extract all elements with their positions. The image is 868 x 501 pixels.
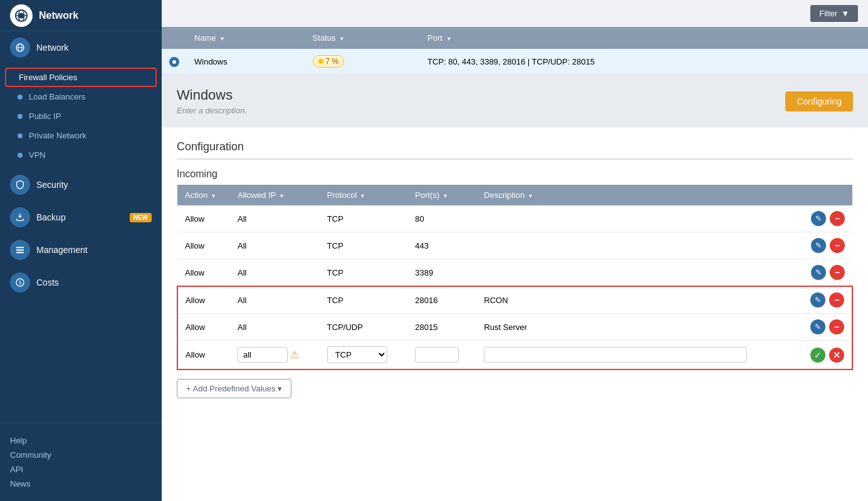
action-sort-icon: ▾ xyxy=(212,192,215,199)
dot-icon xyxy=(18,133,23,138)
col-port-header[interactable]: Port ▾ xyxy=(420,27,868,49)
cancel-rule-button[interactable]: ✕ xyxy=(829,348,844,363)
col-action-header[interactable]: Action ▾ xyxy=(177,185,230,205)
edit-rule-button[interactable]: ✎ xyxy=(811,211,826,226)
rule-actions: ✎ − xyxy=(802,232,852,259)
status-sort-icon: ▾ xyxy=(340,35,343,42)
rule-protocol: TCP xyxy=(320,286,407,314)
network-label: Network xyxy=(36,43,68,53)
main-content: Filter ▼ Name ▾ Status ▾ Port xyxy=(162,0,868,501)
svg-text:$: $ xyxy=(19,280,21,286)
edit-rule-button[interactable]: ✎ xyxy=(811,265,826,280)
help-link[interactable]: Help xyxy=(10,433,152,448)
port-sort-icon: ▾ xyxy=(447,35,451,42)
allowed-ip-input[interactable] xyxy=(238,347,288,363)
add-predefined-button[interactable]: + Add Predefined Values ▾ xyxy=(177,379,291,398)
new-rule-protocol: TCP UDP TCP/UDP xyxy=(320,341,407,370)
incoming-title: Incoming xyxy=(162,160,868,185)
rule-allowed-ip: All xyxy=(230,314,320,341)
table-row: Allow All TCP 28016 RCON ✎ − xyxy=(177,286,852,314)
rule-actions: ✎ − xyxy=(802,286,852,314)
dot-icon xyxy=(18,153,23,158)
config-title: Configuration xyxy=(177,140,853,160)
col-ports-header[interactable]: Port(s) ▾ xyxy=(407,185,476,205)
dot-icon xyxy=(18,114,23,119)
table-row: Allow All TCP 80 ✎ − xyxy=(177,205,852,232)
description-input[interactable] xyxy=(484,347,747,363)
sidebar-item-network[interactable]: Network xyxy=(0,31,162,64)
sidebar-item-security[interactable]: Security xyxy=(0,168,162,201)
new-rule-row: Allow ⚠ TCP UDP TCP/UD xyxy=(177,341,852,370)
rule-action: Allow xyxy=(177,286,230,314)
filter-label: Filter xyxy=(819,9,837,18)
sidebar-item-private-network[interactable]: Private Network xyxy=(0,126,162,145)
rule-action: Allow xyxy=(177,232,230,259)
protocol-select[interactable]: TCP UDP TCP/UDP xyxy=(327,346,387,363)
detail-description: Enter a description. xyxy=(177,106,247,115)
costs-icon: $ xyxy=(10,272,30,292)
sidebar-item-firewall-policies[interactable]: Firewall Policies xyxy=(5,68,157,87)
app-title: Network xyxy=(39,10,78,21)
firewall-policies-label: Firewall Policies xyxy=(19,73,77,82)
new-rule-allowed-ip: ⚠ xyxy=(230,341,320,370)
remove-rule-button[interactable]: − xyxy=(830,211,845,226)
col-description-header[interactable]: Description ▾ xyxy=(476,185,802,205)
row-radio[interactable] xyxy=(162,49,187,75)
filter-button[interactable]: Filter ▼ xyxy=(810,5,858,22)
svg-rect-8 xyxy=(16,249,24,250)
col-name-header[interactable]: Name ▾ xyxy=(187,27,305,49)
management-icon xyxy=(10,240,30,260)
sidebar-item-backup[interactable]: Backup NEW xyxy=(0,201,162,234)
new-rule-action: Allow xyxy=(177,341,230,370)
backup-icon xyxy=(10,207,30,227)
remove-rule-button[interactable]: − xyxy=(830,265,845,280)
api-link[interactable]: API xyxy=(10,462,152,477)
rule-protocol: TCP/UDP xyxy=(320,314,407,341)
new-rule-description xyxy=(476,341,802,370)
rule-ports: 80 xyxy=(407,205,476,232)
remove-rule-button[interactable]: − xyxy=(829,292,844,307)
status-badge: 7 % xyxy=(313,55,345,68)
rules-table: Action ▾ Allowed IP ▾ Protocol ▾ Port( xyxy=(177,185,853,370)
security-icon xyxy=(10,175,30,195)
edit-rule-button[interactable]: ✎ xyxy=(810,319,825,334)
sidebar: Network Network Firewall Policies Load B… xyxy=(0,0,162,501)
sidebar-item-management[interactable]: Management xyxy=(0,234,162,266)
remove-rule-button[interactable]: − xyxy=(829,319,844,334)
confirm-rule-button[interactable]: ✓ xyxy=(810,348,825,363)
rule-actions: ✎ − xyxy=(802,314,852,341)
row-name: Windows xyxy=(187,49,305,75)
remove-rule-button[interactable]: − xyxy=(830,238,845,253)
new-rule-ports xyxy=(407,341,476,370)
sidebar-item-costs[interactable]: $ Costs xyxy=(0,266,162,299)
sidebar-header: Network xyxy=(0,0,162,31)
rule-protocol: TCP xyxy=(320,259,407,287)
table-row: Allow All TCP/UDP 28015 Rust Server ✎ − xyxy=(177,314,852,341)
col-allowed-ip-header[interactable]: Allowed IP ▾ xyxy=(230,185,320,205)
app-logo xyxy=(10,4,33,27)
news-link[interactable]: News xyxy=(10,477,152,491)
sidebar-item-public-ip[interactable]: Public IP xyxy=(0,106,162,126)
col-status-header[interactable]: Status ▾ xyxy=(305,27,421,49)
vpn-label: VPN xyxy=(29,150,46,160)
private-network-label: Private Network xyxy=(29,131,86,140)
table-row[interactable]: Windows 7 % TCP: 80, 443, 3389, 28016 | … xyxy=(162,49,868,75)
rule-allowed-ip: All xyxy=(230,259,320,287)
dot-icon xyxy=(18,95,23,100)
sidebar-item-vpn[interactable]: VPN xyxy=(0,145,162,165)
col-select-header xyxy=(162,27,187,49)
rule-protocol: TCP xyxy=(320,205,407,232)
community-link[interactable]: Community xyxy=(10,448,152,462)
ports-input[interactable] xyxy=(415,347,459,363)
edit-rule-button[interactable]: ✎ xyxy=(810,292,825,307)
edit-rule-button[interactable]: ✎ xyxy=(811,238,826,253)
rule-description: Rust Server xyxy=(476,314,802,341)
col-protocol-header[interactable]: Protocol ▾ xyxy=(320,185,407,205)
configuring-button[interactable]: Configuring xyxy=(785,91,853,111)
sidebar-item-load-balancers[interactable]: Load Balancers xyxy=(0,87,162,106)
new-badge: NEW xyxy=(130,213,152,222)
svg-rect-7 xyxy=(16,247,24,248)
warning-icon: ⚠ xyxy=(290,349,299,361)
firewall-list-table-wrap: Name ▾ Status ▾ Port ▾ Windows xyxy=(162,27,868,75)
rule-ports: 28015 xyxy=(407,314,476,341)
